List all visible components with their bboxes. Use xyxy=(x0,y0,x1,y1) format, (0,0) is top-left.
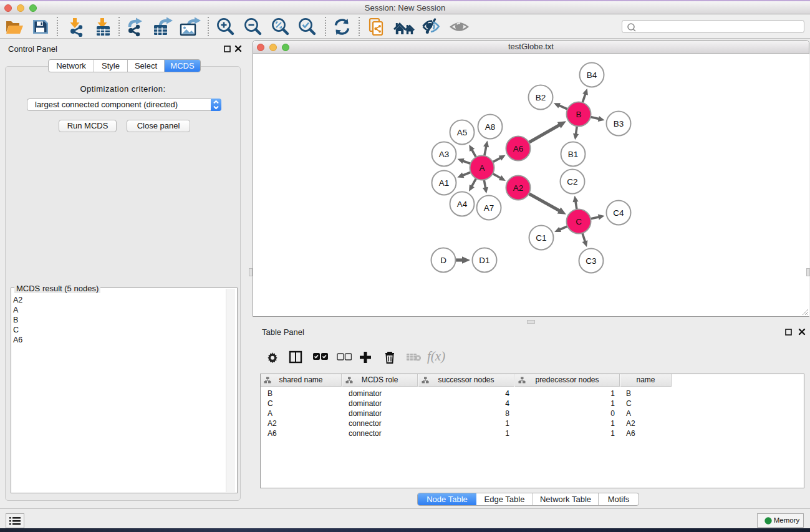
svg-text:A3: A3 xyxy=(439,150,450,159)
svg-text:D1: D1 xyxy=(479,256,489,265)
svg-text:B: B xyxy=(576,110,581,119)
svg-text:A6: A6 xyxy=(513,144,524,153)
svg-text:B4: B4 xyxy=(587,70,597,80)
svg-text:B2: B2 xyxy=(536,93,546,102)
svg-text:A4: A4 xyxy=(457,200,468,209)
svg-text:A8: A8 xyxy=(485,122,496,132)
svg-text:A7: A7 xyxy=(484,203,494,213)
svg-text:D: D xyxy=(440,256,446,265)
svg-text:C: C xyxy=(576,217,582,226)
svg-text:C1: C1 xyxy=(536,233,546,243)
svg-text:B1: B1 xyxy=(568,150,579,159)
svg-text:C3: C3 xyxy=(586,256,596,266)
svg-text:A: A xyxy=(479,163,485,173)
svg-text:B3: B3 xyxy=(614,119,624,128)
svg-text:C2: C2 xyxy=(567,177,577,186)
svg-text:A5: A5 xyxy=(457,128,468,137)
svg-text:A2: A2 xyxy=(513,183,524,193)
svg-text:C4: C4 xyxy=(613,208,624,218)
svg-text:A1: A1 xyxy=(439,178,450,188)
